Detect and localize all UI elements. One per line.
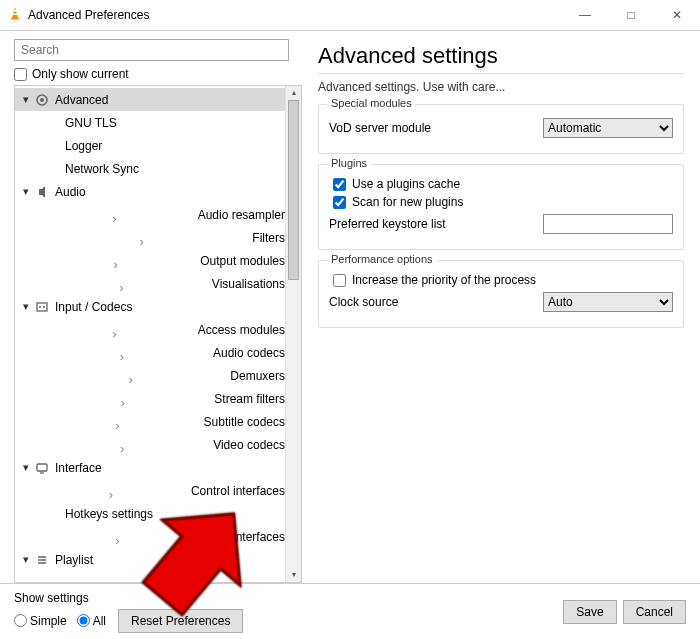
tree-item-main-interfaces[interactable]: Main interfaces: [15, 525, 285, 548]
search-input[interactable]: [14, 39, 289, 61]
tree-item-control-interfaces[interactable]: Control interfaces: [15, 479, 285, 502]
tree-item-filters[interactable]: Filters: [15, 226, 285, 249]
chevron-down-icon[interactable]: [19, 461, 33, 474]
chevron-down-icon[interactable]: [19, 185, 33, 198]
tree-item-subtitle-codecs[interactable]: Subtitle codecs: [15, 410, 285, 433]
use-plugins-cache-checkbox[interactable]: Use a plugins cache: [329, 177, 673, 191]
tree-label: Logger: [65, 139, 102, 153]
tree-label: Input / Codecs: [55, 300, 132, 314]
tree-label: Network Sync: [65, 162, 139, 176]
chevron-right-icon[interactable]: [39, 479, 191, 502]
priority-input[interactable]: [333, 274, 346, 287]
reset-preferences-button[interactable]: Reset Preferences: [118, 609, 243, 633]
chevron-down-icon[interactable]: [19, 553, 33, 566]
vod-select[interactable]: Automatic: [543, 118, 673, 138]
tree-label: Stream filters: [214, 392, 285, 406]
svg-point-5: [40, 98, 44, 102]
svg-rect-2: [13, 10, 17, 12]
all-radio-input[interactable]: [77, 614, 90, 627]
chevron-right-icon[interactable]: [39, 525, 204, 548]
tree-item-hotkeys-settings[interactable]: Hotkeys settings: [15, 502, 285, 525]
right-panel: Advanced settings Advanced settings. Use…: [310, 31, 700, 583]
chevron-right-icon[interactable]: [39, 410, 204, 433]
group-special-modules: Special modules VoD server module Automa…: [318, 104, 684, 154]
keystore-label: Preferred keystore list: [329, 217, 543, 231]
gear-icon: [33, 91, 51, 109]
tree-label: Main interfaces: [204, 530, 285, 544]
maximize-button[interactable]: □: [608, 0, 654, 30]
tree-label: Hotkeys settings: [65, 507, 153, 521]
tree-label: Audio codecs: [213, 346, 285, 360]
audio-icon: [33, 183, 51, 201]
tree-item-output-modules[interactable]: Output modules: [15, 249, 285, 272]
chevron-right-icon[interactable]: [39, 364, 230, 387]
close-button[interactable]: ✕: [654, 0, 700, 30]
scan-new-plugins-checkbox[interactable]: Scan for new plugins: [329, 195, 673, 209]
tree-label: Demuxers: [230, 369, 285, 383]
scroll-down-icon[interactable]: ▾: [292, 568, 296, 582]
chevron-right-icon[interactable]: [39, 433, 213, 456]
tree-item-audio-codecs[interactable]: Audio codecs: [15, 341, 285, 364]
scroll-thumb[interactable]: [288, 100, 299, 280]
tree-item-logger[interactable]: Logger: [15, 134, 285, 157]
tree-item-playlist[interactable]: Playlist: [15, 548, 285, 571]
tree-item-network-sync[interactable]: Network Sync: [15, 157, 285, 180]
tree-item-stream-filters[interactable]: Stream filters: [15, 387, 285, 410]
svg-point-7: [39, 306, 41, 308]
left-panel: Only show current Advanced GNU TLS Logge…: [0, 31, 310, 583]
playlist-icon: [33, 551, 51, 569]
chevron-right-icon[interactable]: [39, 318, 198, 341]
vlc-cone-icon: [8, 6, 22, 24]
clock-source-select[interactable]: Auto: [543, 292, 673, 312]
tree-item-video-codecs[interactable]: Video codecs: [15, 433, 285, 456]
tree-item-gnu-tls[interactable]: GNU TLS: [15, 111, 285, 134]
chevron-right-icon[interactable]: [39, 249, 200, 272]
scroll-up-icon[interactable]: ▴: [292, 86, 296, 100]
tree-label: Visualisations: [212, 277, 285, 291]
cancel-button[interactable]: Cancel: [623, 600, 686, 624]
tree-item-input-codecs[interactable]: Input / Codecs: [15, 295, 285, 318]
scan-new-plugins-input[interactable]: [333, 196, 346, 209]
simple-radio-input[interactable]: [14, 614, 27, 627]
settings-tree[interactable]: Advanced GNU TLS Logger Network Sync Aud…: [15, 86, 285, 582]
keystore-input[interactable]: [543, 214, 673, 234]
chevron-down-icon[interactable]: [19, 300, 33, 313]
tree-label: Video codecs: [213, 438, 285, 452]
checkbox-label: Scan for new plugins: [352, 195, 463, 209]
chevron-down-icon[interactable]: [19, 93, 33, 106]
checkbox-label: Use a plugins cache: [352, 177, 460, 191]
tree-label: Advanced: [55, 93, 108, 107]
tree-item-audio[interactable]: Audio: [15, 180, 285, 203]
page-title: Advanced settings: [318, 43, 684, 69]
tree-item-advanced[interactable]: Advanced: [15, 88, 285, 111]
chevron-right-icon[interactable]: [39, 341, 213, 364]
minimize-button[interactable]: —: [562, 0, 608, 30]
tree-item-access-modules[interactable]: Access modules: [15, 318, 285, 341]
priority-checkbox[interactable]: Increase the priority of the process: [329, 273, 673, 287]
tree-label: Control interfaces: [191, 484, 285, 498]
window-controls: — □ ✕: [562, 0, 700, 30]
clock-source-label: Clock source: [329, 295, 543, 309]
chevron-right-icon[interactable]: [39, 387, 214, 410]
tree-scrollbar[interactable]: ▴ ▾: [285, 86, 301, 582]
chevron-right-icon[interactable]: [39, 203, 198, 226]
show-settings-label: Show settings: [14, 591, 243, 605]
page-subtitle: Advanced settings. Use with care...: [318, 73, 684, 94]
tree-item-interface[interactable]: Interface: [15, 456, 285, 479]
svg-rect-1: [11, 18, 19, 20]
all-radio[interactable]: All: [77, 614, 106, 628]
use-plugins-cache-input[interactable]: [333, 178, 346, 191]
simple-radio[interactable]: Simple: [14, 614, 67, 628]
tree-item-audio-resampler[interactable]: Audio resampler: [15, 203, 285, 226]
save-button[interactable]: Save: [563, 600, 616, 624]
tree-label: Subtitle codecs: [204, 415, 285, 429]
footer: Show settings Simple All Reset Preferenc…: [0, 583, 700, 639]
tree-item-demuxers[interactable]: Demuxers: [15, 364, 285, 387]
tree-item-visualisations[interactable]: Visualisations: [15, 272, 285, 295]
chevron-right-icon[interactable]: [39, 272, 212, 295]
only-show-current-checkbox[interactable]: Only show current: [14, 67, 302, 81]
group-legend: Special modules: [327, 97, 416, 109]
svg-rect-9: [37, 464, 47, 471]
only-show-current-input[interactable]: [14, 68, 27, 81]
chevron-right-icon[interactable]: [39, 226, 252, 249]
